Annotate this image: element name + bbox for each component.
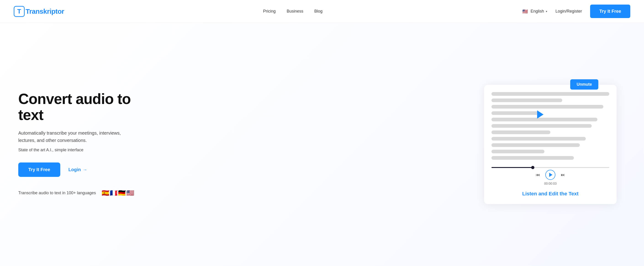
text-line-5 <box>492 118 598 121</box>
hero-title: Convert audio to text <box>18 91 151 123</box>
text-line-group-7 <box>492 130 609 134</box>
flag-english: 🇺🇸 <box>125 188 135 198</box>
language-label: English <box>530 9 544 14</box>
text-line-7a <box>492 130 550 134</box>
nav-link-business[interactable]: Business <box>286 9 303 14</box>
flag-icon-us: 🇺🇸 <box>521 8 529 15</box>
nav-links: Pricing Business Blog <box>263 9 322 14</box>
player-buttons: ⏮ ⏭ <box>536 170 565 180</box>
text-line-8 <box>492 137 586 141</box>
nav-link-pricing[interactable]: Pricing <box>263 9 276 14</box>
nav-right: 🇺🇸 English ▾ Login/Register Try It Free <box>521 5 630 18</box>
rewind-button[interactable]: ⏮ <box>536 172 540 177</box>
logo-icon: T <box>14 6 25 17</box>
text-line-9 <box>492 143 580 147</box>
text-line-group-4 <box>492 111 609 115</box>
text-lines <box>492 92 609 160</box>
hero-subtitle: Automatically transcribe your meetings, … <box>18 129 137 144</box>
login-register-link[interactable]: Login/Register <box>556 9 582 14</box>
navbar: T Transkriptor Pricing Business Blog 🇺🇸 … <box>0 0 644 23</box>
hero-section: Convert audio to text Automatically tran… <box>0 23 644 266</box>
progress-fill <box>492 167 533 168</box>
logo-letter: T <box>17 8 21 15</box>
text-line-6 <box>492 124 592 128</box>
hero-tagline: State of the art A.I., simple interface <box>18 148 151 152</box>
languages-text: Transcribe audio to text in 100+ languag… <box>18 191 96 195</box>
logo-text: Transkriptor <box>26 8 64 15</box>
login-hero-label: Login <box>68 167 81 172</box>
login-arrow-icon: → <box>83 167 87 172</box>
hero-actions: Try It Free Login → <box>18 162 151 177</box>
play-icon <box>549 173 552 177</box>
audio-controls: ⏮ ⏭ 00:00:03 <box>492 167 609 185</box>
play-button[interactable] <box>545 170 556 180</box>
text-line-10a <box>492 150 544 153</box>
languages-row: Transcribe audio to text in 100+ languag… <box>18 188 151 198</box>
text-line-group-2 <box>492 99 609 102</box>
hero-right: Unmute <box>470 85 630 204</box>
play-cursor <box>537 110 544 119</box>
chevron-down-icon: ▾ <box>546 10 547 13</box>
nav-link-blog[interactable]: Blog <box>314 9 322 14</box>
flag-group: 🇪🇸 🇫🇷 🇩🇪 🇺🇸 <box>100 188 135 198</box>
language-selector[interactable]: 🇺🇸 English ▾ <box>521 8 547 15</box>
logo[interactable]: T Transkriptor <box>14 6 64 17</box>
time-display: 00:00:03 <box>544 182 557 185</box>
text-line-4a <box>492 111 538 115</box>
text-line-group-10 <box>492 150 609 153</box>
text-line-2a <box>492 99 562 102</box>
hero-left: Convert audio to text Automatically tran… <box>18 91 151 198</box>
login-hero-link[interactable]: Login → <box>68 167 87 172</box>
text-line-3 <box>492 105 603 109</box>
unmute-button[interactable]: Unmute <box>570 79 598 90</box>
player-card: Unmute <box>484 85 616 204</box>
forward-button[interactable]: ⏭ <box>561 172 565 177</box>
progress-bar[interactable] <box>492 167 609 168</box>
progress-bar-container <box>492 167 609 168</box>
text-line-1 <box>492 92 609 96</box>
try-it-free-hero-button[interactable]: Try It Free <box>18 162 60 177</box>
try-it-free-nav-button[interactable]: Try It Free <box>590 5 630 18</box>
text-line-11 <box>492 156 574 160</box>
progress-thumb <box>531 166 534 169</box>
listen-edit-text: Listen and Edit the Text <box>492 191 609 197</box>
